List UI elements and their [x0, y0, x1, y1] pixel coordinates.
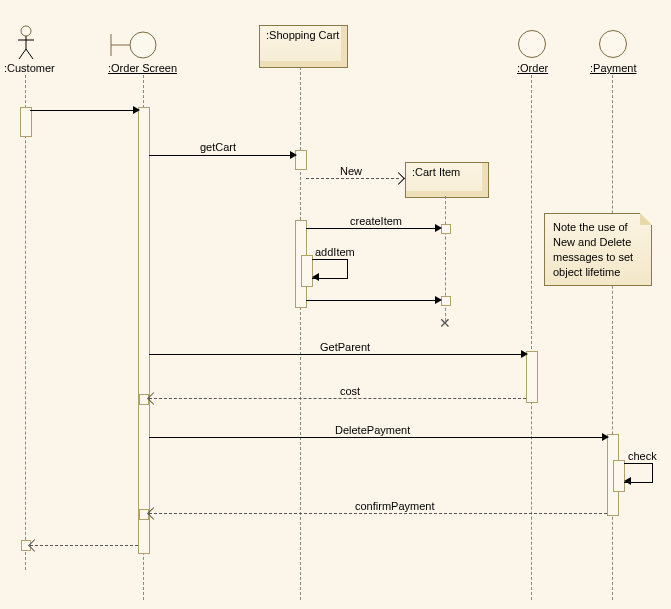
message-getparent: [149, 354, 526, 355]
message-return-customer: [30, 545, 138, 546]
lifeline-order-label: :Order: [517, 62, 548, 74]
boundary-order-screen-icon: [108, 30, 158, 60]
arrowhead-new: [392, 172, 405, 185]
label-new: New: [340, 165, 362, 177]
arrowhead-getparent: [521, 350, 528, 358]
actor-customer-icon: [15, 25, 37, 61]
activation-order: [526, 351, 538, 403]
arrowhead-check: [624, 477, 631, 485]
destroy-cart-item: ✕: [439, 315, 451, 331]
control-order-icon: [518, 30, 546, 58]
arrowhead-createitem: [435, 224, 442, 232]
arrowhead-deletepayment: [602, 433, 609, 441]
message-new: [306, 178, 399, 179]
lifeline-payment: [612, 75, 613, 600]
arrowhead-item2: [435, 296, 442, 304]
lifeline-cart-item-label: :Cart Item: [405, 162, 489, 198]
label-deletepayment: DeletePayment: [335, 424, 410, 436]
arrowhead-1: [133, 106, 140, 114]
label-getparent: GetParent: [320, 341, 370, 353]
svg-line-4: [26, 49, 33, 59]
message-cart-to-item2: [306, 300, 440, 301]
lifeline-payment-label: :Payment: [590, 62, 636, 74]
lifeline-shopping-cart: [300, 67, 301, 600]
svg-point-0: [21, 26, 31, 36]
label-getcart: getCart: [200, 141, 236, 153]
lifeline-customer: [25, 75, 26, 570]
label-confirmpayment: confirmPayment: [355, 500, 434, 512]
lifeline-order: [531, 75, 532, 600]
message-confirmpayment: [149, 513, 607, 514]
message-customer-to-orderscreen: [30, 110, 138, 111]
activation-order-screen: [138, 107, 150, 554]
lifeline-order-screen-label: :Order Screen: [108, 62, 177, 74]
activation-cartitem-1: [441, 224, 451, 234]
message-deletepayment: [149, 437, 607, 438]
label-createitem: createItem: [350, 215, 402, 227]
arrowhead-getcart: [290, 151, 297, 159]
label-check: check: [628, 450, 657, 462]
message-createitem: [306, 228, 440, 229]
activation-customer-1: [20, 107, 32, 137]
label-cost: cost: [340, 385, 360, 397]
message-getcart: [149, 155, 295, 156]
actor-customer-label: :Customer: [4, 62, 55, 74]
label-additem: addItem: [315, 246, 355, 258]
control-payment-icon: [599, 30, 627, 58]
note: Note the use of New and Delete messages …: [544, 213, 652, 286]
arrowhead-additem: [312, 273, 319, 281]
note-fold-icon: [640, 213, 652, 225]
lifeline-shopping-cart-label: :Shopping Cart: [259, 25, 348, 68]
note-text: Note the use of New and Delete messages …: [553, 221, 633, 278]
message-cost: [149, 398, 526, 399]
svg-point-7: [130, 32, 156, 58]
svg-line-3: [19, 49, 26, 59]
activation-cartitem-2: [441, 296, 451, 306]
